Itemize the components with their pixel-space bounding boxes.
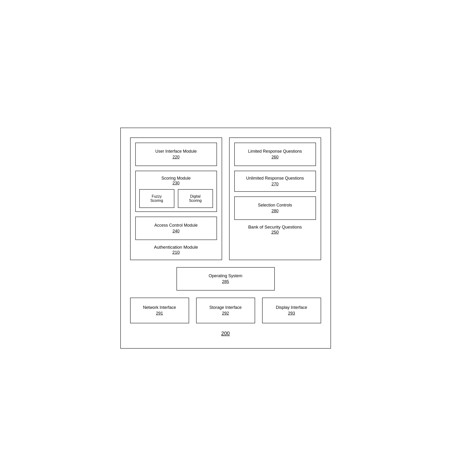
access-control-box: Access Control Module 240 bbox=[135, 216, 217, 240]
unlimited-response-title: Unlimited Response Questions bbox=[239, 176, 311, 181]
page-container: User Interface Module 220 Scoring Module… bbox=[120, 128, 331, 349]
network-interface-box: Network Interface 291 bbox=[130, 298, 189, 323]
os-number: 285 bbox=[196, 279, 256, 284]
storage-interface-number: 292 bbox=[201, 311, 250, 316]
storage-interface-box: Storage Interface 292 bbox=[196, 298, 255, 323]
selection-controls-box: Selection Controls 280 bbox=[234, 197, 316, 220]
selection-controls-title: Selection Controls bbox=[239, 203, 311, 208]
display-interface-number: 293 bbox=[267, 311, 316, 316]
access-control-title: Access Control Module bbox=[140, 223, 212, 228]
limited-response-number: 260 bbox=[239, 155, 311, 160]
digital-scoring-box: Digital Scoring bbox=[178, 189, 213, 208]
unlimited-response-number: 270 bbox=[239, 182, 311, 187]
auth-module-label: Authentication Module 210 bbox=[135, 245, 217, 255]
display-interface-box: Display Interface 293 bbox=[262, 298, 321, 323]
os-title: Operating System bbox=[196, 273, 256, 278]
scoring-inner: Fuzzy Scoring Digital Scoring bbox=[139, 189, 213, 208]
auth-panel: User Interface Module 220 Scoring Module… bbox=[130, 137, 222, 260]
scoring-module-label: Scoring Module 230 bbox=[139, 176, 213, 186]
security-panel: Limited Response Questions 260 Unlimited… bbox=[229, 137, 321, 260]
limited-response-title: Limited Response Questions bbox=[239, 149, 311, 154]
security-panel-number: 250 bbox=[271, 230, 279, 235]
interfaces-section: Network Interface 291 Storage Interface … bbox=[130, 298, 321, 323]
ui-module-title: User Interface Module bbox=[140, 149, 212, 154]
access-control-number: 240 bbox=[140, 229, 212, 234]
security-panel-label: Bank of Security Questions 250 bbox=[234, 225, 316, 235]
network-interface-title: Network Interface bbox=[135, 305, 184, 310]
outer-number: 200 bbox=[221, 330, 230, 336]
scoring-module-number: 230 bbox=[172, 181, 180, 185]
os-box: Operating System 285 bbox=[176, 267, 275, 291]
fuzzy-scoring-box: Fuzzy Scoring bbox=[139, 189, 174, 208]
limited-response-box: Limited Response Questions 260 bbox=[234, 143, 316, 166]
auth-module-number: 210 bbox=[172, 250, 180, 255]
unlimited-response-box: Unlimited Response Questions 270 bbox=[234, 171, 316, 192]
top-section: User Interface Module 220 Scoring Module… bbox=[130, 137, 321, 260]
display-interface-title: Display Interface bbox=[267, 305, 316, 310]
storage-interface-title: Storage Interface bbox=[201, 305, 250, 310]
outer-label: 200 bbox=[130, 330, 321, 336]
ui-module-box: User Interface Module 220 bbox=[135, 143, 217, 166]
scoring-module-box: Scoring Module 230 Fuzzy Scoring Digital… bbox=[135, 171, 217, 212]
network-interface-number: 291 bbox=[135, 311, 184, 316]
ui-module-number: 220 bbox=[140, 155, 212, 160]
selection-controls-number: 280 bbox=[239, 209, 311, 214]
outer-box: User Interface Module 220 Scoring Module… bbox=[120, 128, 331, 349]
os-section: Operating System 285 bbox=[130, 267, 321, 291]
